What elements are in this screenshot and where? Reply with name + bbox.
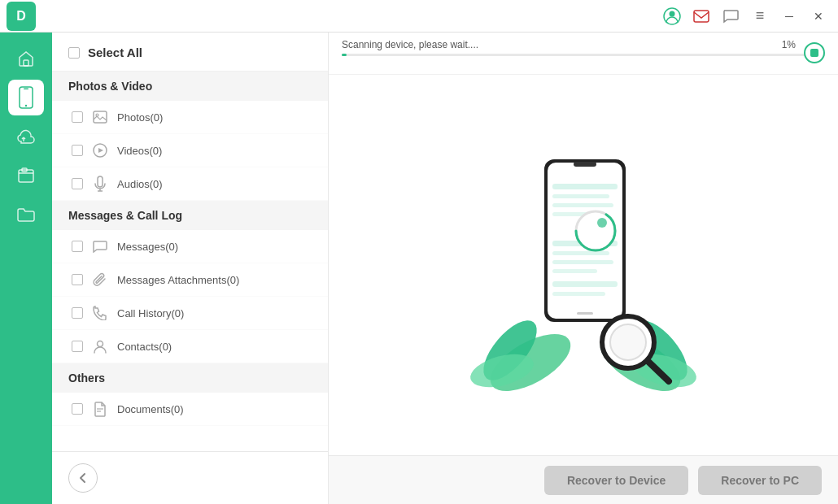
- documents-checkbox[interactable]: [72, 403, 83, 415]
- svg-rect-26: [552, 184, 618, 189]
- category-messages-calllog: Messages & Call Log: [52, 201, 328, 230]
- svg-rect-32: [552, 260, 613, 264]
- category-others: Others: [52, 363, 328, 393]
- recover-to-pc-button[interactable]: Recover to PC: [698, 466, 822, 495]
- sidebar: [0, 33, 52, 504]
- back-bar: [52, 451, 328, 504]
- menu-icon[interactable]: ≡: [747, 3, 773, 29]
- svg-rect-2: [694, 11, 709, 22]
- svg-marker-12: [98, 148, 103, 153]
- back-button[interactable]: [68, 463, 98, 493]
- sidebar-item-home[interactable]: [8, 41, 44, 76]
- message-icon: [91, 237, 109, 255]
- main-container: Select All Photos & Video Photos(0): [0, 33, 838, 504]
- messages-attachments-label: Messages Attachments(0): [117, 274, 239, 286]
- svg-rect-39: [574, 162, 596, 167]
- phone-illustration: [453, 111, 714, 419]
- list-item[interactable]: Audios(0): [52, 167, 328, 201]
- contacts-icon: [91, 337, 109, 355]
- svg-point-38: [597, 218, 607, 228]
- minimize-icon[interactable]: ─: [776, 3, 802, 29]
- svg-rect-27: [552, 194, 609, 198]
- photo-icon: [91, 108, 109, 126]
- messages-attachments-checkbox[interactable]: [72, 274, 83, 285]
- audio-icon: [91, 175, 109, 193]
- action-bar: Recover to Device Recover to PC: [329, 455, 838, 504]
- contacts-label: Contacts(0): [117, 341, 172, 353]
- messages-checkbox[interactable]: [72, 241, 83, 252]
- sidebar-item-folder[interactable]: [8, 197, 44, 232]
- svg-rect-6: [24, 89, 28, 90]
- mail-icon[interactable]: [688, 3, 714, 29]
- svg-point-10: [96, 114, 98, 116]
- stop-button[interactable]: [804, 42, 825, 63]
- videos-label: Videos(0): [117, 145, 162, 157]
- select-all-label[interactable]: Select All: [88, 46, 142, 59]
- list-item[interactable]: Messages Attachments(0): [52, 263, 328, 297]
- scan-text: Scanning device, please wait....: [342, 39, 478, 50]
- photos-label: Photos(0): [117, 111, 163, 124]
- content-panel: Scanning device, please wait.... 1%: [329, 33, 838, 504]
- audios-label: Audios(0): [117, 178, 163, 190]
- sidebar-item-cloud[interactable]: [8, 119, 44, 154]
- list-item[interactable]: Contacts(0): [52, 330, 328, 363]
- svg-rect-31: [552, 251, 609, 255]
- app-logo: D: [7, 2, 36, 31]
- svg-rect-34: [552, 281, 618, 287]
- svg-rect-40: [577, 312, 593, 315]
- select-all-checkbox[interactable]: [68, 47, 80, 59]
- title-bar-left: D: [0, 2, 36, 31]
- stop-icon: [810, 49, 818, 57]
- title-bar: D ≡ ─ ✕: [0, 0, 838, 33]
- scan-percent: 1%: [782, 39, 796, 50]
- svg-rect-3: [24, 60, 28, 66]
- svg-point-15: [98, 341, 103, 347]
- svg-point-1: [670, 11, 675, 16]
- svg-rect-35: [552, 292, 605, 296]
- progress-fill: [342, 54, 347, 56]
- audios-checkbox[interactable]: [72, 178, 83, 189]
- file-panel: Select All Photos & Video Photos(0): [52, 33, 329, 504]
- sidebar-item-device[interactable]: [8, 80, 44, 115]
- recover-to-device-button[interactable]: Recover to Device: [544, 466, 688, 495]
- close-icon[interactable]: ✕: [805, 3, 831, 29]
- call-history-checkbox[interactable]: [72, 307, 83, 319]
- call-icon: [91, 304, 109, 322]
- call-history-label: Call History(0): [117, 307, 184, 319]
- svg-point-5: [25, 105, 27, 106]
- photos-checkbox[interactable]: [72, 111, 83, 123]
- select-all-row: Select All: [52, 33, 328, 72]
- list-item[interactable]: Photos(0): [52, 101, 328, 134]
- category-photos-video: Photos & Video: [52, 72, 328, 101]
- list-item[interactable]: Videos(0): [52, 134, 328, 167]
- illustration-area: [329, 75, 838, 455]
- list-item[interactable]: Documents(0): [52, 393, 328, 426]
- svg-rect-28: [552, 203, 613, 207]
- attachment-icon: [91, 271, 109, 289]
- documents-label: Documents(0): [117, 403, 184, 415]
- messages-label: Messages(0): [117, 241, 178, 253]
- contacts-checkbox[interactable]: [72, 341, 83, 352]
- scan-text-row: Scanning device, please wait.... 1%: [342, 39, 825, 50]
- user-circle-icon[interactable]: [659, 3, 685, 29]
- svg-rect-33: [552, 269, 597, 273]
- list-item[interactable]: Messages(0): [52, 230, 328, 263]
- videos-checkbox[interactable]: [72, 145, 83, 156]
- video-icon: [91, 141, 109, 159]
- progress-track: [342, 54, 825, 56]
- document-icon: [91, 400, 109, 418]
- list-item[interactable]: Call History(0): [52, 297, 328, 330]
- svg-point-42: [610, 324, 646, 360]
- chat-icon[interactable]: [718, 3, 744, 29]
- sidebar-item-files[interactable]: [8, 158, 44, 193]
- scan-bar: Scanning device, please wait.... 1%: [329, 33, 838, 75]
